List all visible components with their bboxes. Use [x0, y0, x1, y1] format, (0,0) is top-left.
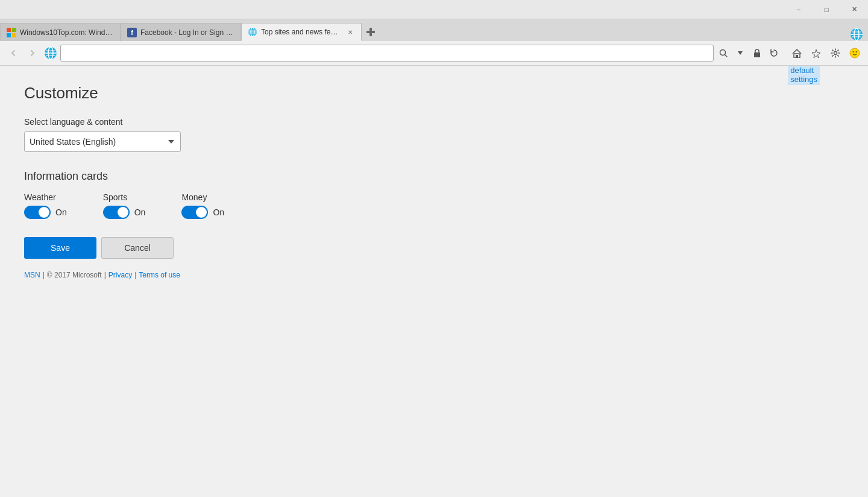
favorites-button[interactable]	[808, 45, 825, 62]
gear-icon	[831, 48, 840, 58]
minimize-button[interactable]: −	[785, 0, 813, 19]
address-bar-row	[0, 41, 868, 65]
new-tab-button[interactable]	[362, 23, 380, 41]
footer-sep-1: |	[43, 271, 45, 279]
svg-rect-0	[7, 28, 11, 32]
search-icon	[719, 49, 728, 57]
msn-link[interactable]: MSN	[24, 271, 40, 279]
info-cards-section: Information cards Weather On Sports On	[24, 170, 844, 219]
ie-logo-icon	[44, 46, 57, 60]
topsites-favicon	[248, 27, 257, 37]
privacy-link[interactable]: Privacy	[108, 271, 132, 279]
svg-point-29	[856, 51, 857, 52]
fb-favicon-icon: f	[127, 28, 137, 37]
back-icon	[10, 49, 17, 57]
svg-rect-2	[7, 33, 11, 37]
ie-new-tab-icon	[850, 28, 863, 41]
info-cards-title: Information cards	[24, 170, 844, 183]
refresh-icon	[770, 49, 778, 57]
settings-button[interactable]	[827, 45, 844, 62]
close-button[interactable]: ✕	[840, 0, 868, 19]
browser-logo	[43, 46, 58, 60]
sports-toggle-item: Sports On	[103, 192, 146, 219]
svg-rect-25	[796, 55, 798, 58]
sports-toggle-row: On	[103, 206, 146, 219]
language-section: Select language & content United States …	[24, 117, 844, 152]
svg-rect-1	[12, 28, 16, 32]
language-label: Select language & content	[24, 117, 844, 127]
page-content: Customize Select language & content Unit…	[0, 66, 868, 497]
home-icon	[792, 49, 802, 58]
footer-links: MSN | © 2017 Microsoft | Privacy | Terms…	[24, 271, 844, 279]
sports-toggle-state: On	[134, 207, 146, 217]
tab-topsites-close[interactable]: ✕	[345, 27, 355, 37]
weather-toggle[interactable]	[24, 206, 51, 219]
toolbar-right	[788, 45, 863, 62]
smiley-icon	[849, 48, 860, 59]
tab-topsites-label: Top sites and news feed tab	[261, 28, 342, 36]
back-button[interactable]	[5, 45, 22, 62]
address-input[interactable]	[60, 45, 714, 62]
weather-toggle-item: Weather On	[24, 192, 67, 219]
tab-windows10top-label: Windows10Top.com: Windows...	[20, 28, 114, 37]
maximize-button[interactable]: □	[813, 0, 840, 19]
svg-point-28	[853, 51, 854, 52]
tab-bar: Windows10Top.com: Windows... f Facebook …	[0, 19, 868, 41]
sports-label: Sports	[103, 192, 146, 202]
terms-link[interactable]: Terms of use	[139, 271, 180, 279]
search-dropdown-button[interactable]	[733, 46, 747, 60]
ie-favicon-icon	[248, 27, 257, 37]
svg-line-22	[725, 55, 728, 57]
forward-icon	[29, 49, 36, 57]
money-label: Money	[181, 192, 224, 202]
windows10top-favicon	[7, 28, 16, 37]
search-button[interactable]	[716, 46, 731, 60]
emoji-button[interactable]	[846, 45, 863, 62]
cancel-button[interactable]: Cancel	[101, 237, 174, 259]
save-button[interactable]: Save	[24, 237, 96, 259]
tab-topsites[interactable]: Top sites and news feed tab ✕	[241, 23, 362, 41]
money-toggle-row: On	[181, 206, 224, 219]
window-controls: − □ ✕	[785, 0, 868, 19]
svg-point-27	[850, 48, 860, 58]
svg-rect-10	[366, 31, 375, 33]
money-toggle-state: On	[213, 207, 224, 217]
chevron-down-icon	[738, 51, 743, 55]
reset-link[interactable]: Reset to default settings	[788, 66, 820, 85]
tab-facebook-label: Facebook - Log In or Sign Up	[140, 28, 234, 37]
tab-facebook[interactable]: f Facebook - Log In or Sign Up	[121, 23, 241, 41]
svg-point-26	[834, 52, 837, 55]
money-toggle-item: Money On	[181, 192, 224, 219]
buttons-row: Save Cancel	[24, 237, 844, 259]
title-bar: − □ ✕	[0, 0, 868, 19]
weather-toggle-row: On	[24, 206, 67, 219]
sports-toggle[interactable]	[103, 206, 130, 219]
money-toggle[interactable]	[181, 206, 208, 219]
copyright-text: © 2017 Microsoft	[47, 271, 102, 279]
refresh-button[interactable]	[767, 46, 781, 60]
star-icon	[811, 49, 821, 58]
forward-button[interactable]	[24, 45, 41, 62]
new-tab-icon	[366, 28, 375, 36]
toggles-row: Weather On Sports On Money On	[24, 192, 844, 219]
browser-chrome: Windows10Top.com: Windows... f Facebook …	[0, 19, 868, 66]
footer-sep-3: |	[134, 271, 136, 279]
weather-toggle-state: On	[55, 207, 67, 217]
lock-icon	[753, 49, 761, 57]
footer-sep-2: |	[104, 271, 106, 279]
svg-rect-23	[754, 52, 760, 57]
page-title: Customize	[24, 84, 844, 103]
language-select[interactable]: United States (English) United Kingdom (…	[24, 131, 181, 152]
ie-tab-icon-area	[850, 28, 863, 41]
home-button[interactable]	[788, 45, 805, 62]
lock-icon-button[interactable]	[750, 46, 764, 60]
svg-rect-3	[12, 33, 16, 37]
facebook-favicon: f	[127, 28, 137, 37]
tab-windows10top[interactable]: Windows10Top.com: Windows...	[0, 23, 121, 41]
weather-label: Weather	[24, 192, 67, 202]
